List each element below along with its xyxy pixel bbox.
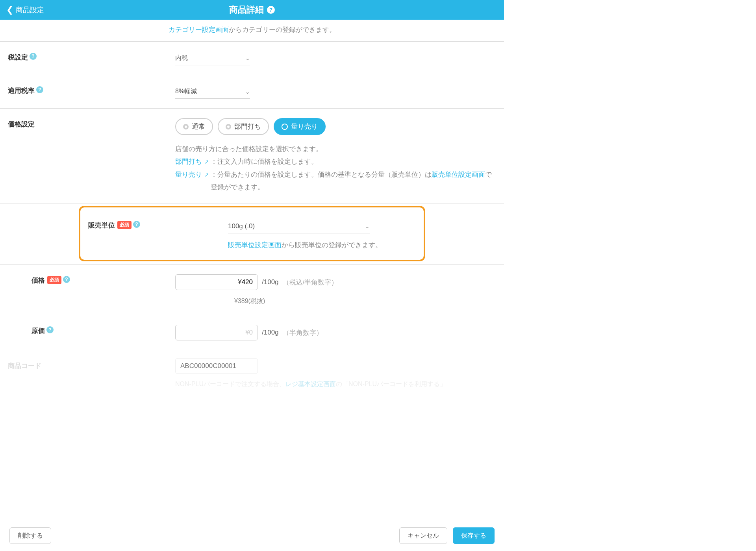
product-code-label: 商品コード xyxy=(8,358,175,374)
row-tax-rate: 適用税率 ? 8%軽減 ⌄ xyxy=(0,75,504,108)
sales-unit-hint: 販売単位設定画面から販売単位の登録ができます。 xyxy=(228,240,382,250)
help-icon[interactable]: ? xyxy=(63,276,70,283)
row-tax-setting: 税設定 ? 内税 ⌄ xyxy=(0,41,504,75)
category-hint: カテゴリー設定画面からカテゴリーの登録ができます。 xyxy=(0,20,504,41)
chevron-down-icon: ⌄ xyxy=(245,89,250,95)
row-cost: 原価 ? /100g （半角数字） xyxy=(0,315,504,350)
row-product-code: 商品コード NON-PLUバーコードで注文する場合、レジ基本設定画面の「NON-… xyxy=(0,350,504,388)
radio-dot-icon xyxy=(183,124,189,129)
price-label: 価格 xyxy=(32,276,45,285)
external-link-icon: ↗ xyxy=(203,172,209,178)
tax-setting-select[interactable]: 内税 ⌄ xyxy=(175,51,250,65)
radio-dept[interactable]: 部門打ち xyxy=(218,118,269,135)
app-header: ❮ 商品設定 商品詳細 ? xyxy=(0,0,504,20)
dept-link[interactable]: 部門打ち ↗ xyxy=(175,158,209,165)
sales-unit-settings-link2[interactable]: 販売単位設定画面 xyxy=(228,241,282,249)
tax-rate-label: 適用税率 xyxy=(8,86,35,95)
chevron-down-icon: ⌄ xyxy=(365,223,370,229)
required-badge: 必須 xyxy=(117,221,132,229)
back-button[interactable]: ❮ 商品設定 xyxy=(0,0,50,20)
cost-input[interactable] xyxy=(175,325,258,340)
radio-ring-icon xyxy=(282,124,288,130)
back-label: 商品設定 xyxy=(16,5,44,15)
help-icon[interactable]: ? xyxy=(36,86,43,93)
help-icon[interactable]: ? xyxy=(30,53,37,60)
price-excl-tax: ¥389(税抜) xyxy=(234,297,495,305)
help-icon[interactable]: ? xyxy=(267,6,275,14)
external-link-icon: ↗ xyxy=(203,159,209,165)
price-input[interactable] xyxy=(175,274,258,290)
chevron-down-icon: ⌄ xyxy=(245,55,250,61)
tax-setting-label: 税設定 xyxy=(8,53,28,62)
row-price-setting: 価格設定 通常 部門打ち 量り売り 店舗の売り方に合った価格設定を選択できます。 xyxy=(0,108,504,203)
cost-note: （半角数字） xyxy=(283,328,323,337)
price-setting-radio-group: 通常 部門打ち 量り売り xyxy=(175,118,495,135)
help-icon[interactable]: ? xyxy=(133,221,140,228)
tax-rate-select[interactable]: 8%軽減 ⌄ xyxy=(175,85,250,99)
register-settings-link[interactable]: レジ基本設定画面 xyxy=(285,381,336,387)
required-badge: 必須 xyxy=(47,276,61,284)
sales-unit-highlight: 販売単位 必須 ? 100g (.0) ⌄ 販売単位設定画面から販売単位の登録が… xyxy=(79,206,425,261)
sales-unit-settings-link[interactable]: 販売単位設定画面 xyxy=(432,171,485,178)
page-title: 商品詳細 ? xyxy=(229,4,275,16)
radio-weigh[interactable]: 量り売り xyxy=(274,118,326,135)
cost-per-unit: /100g xyxy=(262,329,279,337)
chevron-left-icon: ❮ xyxy=(6,6,13,14)
category-settings-link[interactable]: カテゴリー設定画面 xyxy=(169,26,229,33)
row-price: 価格 必須 ? /100g （税込/半角数字） ¥389(税抜) xyxy=(0,264,504,315)
cost-label: 原価 xyxy=(32,326,45,335)
sales-unit-label: 販売単位 xyxy=(88,221,115,230)
sales-unit-select[interactable]: 100g (.0) ⌄ xyxy=(228,219,370,233)
price-per-unit: /100g xyxy=(262,278,279,286)
weigh-link[interactable]: 量り売り ↗ xyxy=(175,171,209,178)
radio-dot-icon xyxy=(226,124,231,129)
price-setting-label: 価格設定 xyxy=(8,120,35,129)
help-icon[interactable]: ? xyxy=(46,326,54,333)
price-setting-desc: 店舗の売り方に合った価格設定を選択できます。 部門打ち ↗ ：注文入力時に価格を… xyxy=(175,143,495,194)
price-note: （税込/半角数字） xyxy=(283,278,338,287)
radio-normal[interactable]: 通常 xyxy=(175,118,213,135)
product-code-input[interactable] xyxy=(175,358,258,374)
